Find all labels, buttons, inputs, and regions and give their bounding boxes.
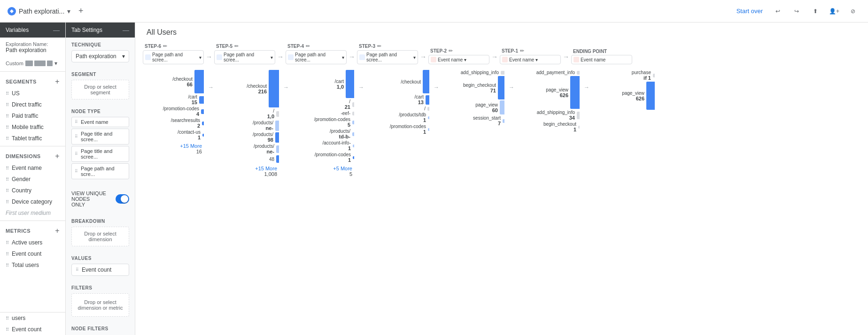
node-products-3[interactable]: /products/tdb 1: [368, 112, 429, 123]
node-checkout-5[interactable]: /checkout 216: [218, 70, 279, 107]
step-6-node-type[interactable]: Page path and scree... ▾: [143, 50, 204, 64]
node-products-5b[interactable]: /products/ 98: [218, 132, 279, 143]
filters-drop-zone[interactable]: Drop or select dimension or metric: [71, 293, 129, 317]
segment-item-paid[interactable]: ⠿ Paid traffic: [0, 110, 65, 122]
drag-handle-icon: ⠿: [6, 177, 9, 182]
node-checkout-3[interactable]: /checkout: [368, 70, 429, 93]
node-ne2-5[interactable]: 48: [218, 155, 279, 163]
node-addship-2[interactable]: add_shipping_info: [443, 70, 504, 75]
start-over-button[interactable]: Start over: [733, 5, 767, 17]
node-account-4[interactable]: /account-info- 1: [293, 140, 354, 151]
node-begincheckout-1[interactable]: begin_checkout 1: [519, 122, 580, 132]
metric-total-users[interactable]: ⠿ Total users: [0, 259, 65, 271]
breakdown-drop-zone[interactable]: Drop or select dimension: [71, 227, 129, 246]
node-type-page-path[interactable]: ⠿ Page path and scre...: [71, 163, 129, 179]
tab-title[interactable]: Path explorati... ▾: [8, 7, 70, 15]
segments-add-button[interactable]: +: [55, 77, 60, 86]
tab-dropdown-icon[interactable]: ▾: [67, 8, 70, 15]
node-search-6[interactable]: /searchresults 2: [143, 118, 204, 129]
node-sessionstart-2[interactable]: session_start 7: [443, 115, 504, 126]
undo-button[interactable]: ↩: [770, 4, 785, 19]
step-5-node-type[interactable]: Page path and scree... ▾: [214, 50, 275, 64]
dimension-gender[interactable]: ⠿ Gender: [0, 174, 65, 185]
node-pageview-2[interactable]: page_view 60: [443, 100, 504, 114]
share-button[interactable]: 👤+: [827, 4, 842, 19]
tab-settings-minimize[interactable]: —: [123, 26, 129, 34]
node-pageview-1[interactable]: page_view 626: [519, 76, 580, 109]
step-2-node-type[interactable]: Event name ▾: [428, 55, 489, 64]
step-6-edit-icon[interactable]: ✏: [163, 43, 167, 49]
ending-node-type[interactable]: Event name: [571, 55, 632, 64]
node-type-page-title-2[interactable]: ⠿ Page title and scree...: [71, 146, 129, 162]
custom-dropdown-icon[interactable]: ▾: [54, 60, 57, 67]
technique-select[interactable]: Path exploration ▾: [71, 50, 129, 62]
node-cart-3[interactable]: /cart 13: [368, 94, 429, 105]
metric-active-users[interactable]: ⠿ Active users: [0, 237, 65, 248]
node-type-page-title-1[interactable]: ⠿ Page title and scree...: [71, 129, 129, 145]
node-purchase-end[interactable]: purchase if 1: [594, 70, 655, 81]
node-bar: [353, 156, 354, 159]
metrics-add-button[interactable]: +: [55, 227, 60, 235]
bottom-metric-users[interactable]: ⠿ users: [0, 312, 65, 324]
node-label: page_view: [546, 87, 568, 92]
more-button[interactable]: ⊘: [845, 4, 860, 19]
segment-item-us[interactable]: ⠿ US: [0, 88, 65, 99]
step-3-label-row: STEP-3 ✏: [357, 42, 418, 50]
node-cart-6[interactable]: /cart 15: [143, 94, 204, 105]
node-contact-6[interactable]: /contact-us 1: [143, 129, 204, 140]
node-eef-4[interactable]: -eef-: [293, 111, 354, 116]
technique-section: TECHNIQUE Path exploration ▾: [66, 38, 135, 67]
dimensions-add-button[interactable]: +: [55, 152, 60, 160]
values-item[interactable]: ⠿ Event count: [71, 264, 129, 276]
segment-item-mobile[interactable]: ⠿ Mobile traffic: [0, 122, 65, 133]
metrics-section-title: METRICS +: [0, 223, 65, 237]
step-1-node-type[interactable]: Event name ▾: [500, 55, 561, 64]
dimension-country[interactable]: ⠿ Country: [0, 185, 65, 196]
step-2-edit-icon[interactable]: ✏: [449, 48, 453, 54]
step-1-edit-icon[interactable]: ✏: [520, 48, 524, 54]
node-slash-4[interactable]: / 21: [293, 99, 354, 110]
chart-header: All Users: [135, 23, 868, 40]
node-pageview-end[interactable]: page_view 626: [594, 82, 655, 110]
more-link-4[interactable]: +5 More: [293, 166, 352, 171]
segment-item-tablet[interactable]: ⠿ Tablet traffic: [0, 133, 65, 144]
node-promo-6[interactable]: /promotion-codes 4: [143, 106, 204, 117]
step-3-node-type[interactable]: Page path and scree... ▾: [357, 50, 418, 64]
export-button[interactable]: ⬆: [808, 4, 823, 19]
node-bar: [428, 116, 429, 119]
node-checkout-6[interactable]: /checkout 66: [143, 70, 204, 93]
add-tab-button[interactable]: +: [74, 5, 87, 18]
node-addpayment-1[interactable]: add_payment_info: [519, 70, 580, 75]
chart-body[interactable]: STEP-6 ✏ Page path and scree... ▾ →: [135, 40, 868, 335]
bottom-metric-event-count[interactable]: ⠿ Event count: [0, 324, 65, 335]
dimension-event-name[interactable]: ⠿ Event name: [0, 162, 65, 174]
node-products-4[interactable]: /products/ td-b-: [293, 129, 354, 139]
redo-button[interactable]: ↪: [789, 4, 804, 19]
node-slash-3[interactable]: /: [368, 106, 429, 111]
segment-item-direct[interactable]: ⠿ Direct traffic: [0, 99, 65, 110]
custom-bar-2: [34, 61, 46, 66]
node-begincheckout-2[interactable]: begin_checkout 71: [443, 76, 504, 99]
node-slash-5[interactable]: / 1,0: [218, 108, 279, 119]
more-link-6[interactable]: +15 More: [143, 143, 202, 149]
step-3-edit-icon[interactable]: ✏: [377, 43, 381, 49]
variables-minimize[interactable]: —: [53, 26, 60, 34]
node-products-5a[interactable]: /products/ ne-: [218, 120, 279, 131]
node-promo-4[interactable]: /promotion-codes 5: [293, 117, 354, 128]
step-4-edit-icon[interactable]: ✏: [306, 43, 310, 49]
node-addship-1[interactable]: add_shipping_info 34: [519, 110, 580, 121]
node-cart-4[interactable]: /cart 1,0: [293, 70, 354, 98]
node-type-event-name[interactable]: ⠿ Event name: [71, 117, 129, 127]
node-promo-3[interactable]: /promotion-codes 1: [368, 124, 429, 135]
step-5-edit-icon[interactable]: ✏: [234, 43, 239, 49]
metric-event-count[interactable]: ⠿ Event count: [0, 248, 65, 259]
segment-drop-zone[interactable]: Drop or select segment: [71, 80, 129, 99]
view-unique-toggle[interactable]: [116, 194, 129, 204]
dimension-device[interactable]: ⠿ Device category: [0, 196, 65, 207]
node-label: add_shipping_info: [461, 70, 499, 75]
step-4-node-type[interactable]: Page path and scree... ▾: [286, 50, 347, 64]
more-link-5[interactable]: +15 More: [218, 166, 277, 171]
node-promo2-4[interactable]: /promotion-codes 1: [293, 152, 354, 163]
step-3-node-icon: [359, 54, 365, 60]
node-ne-5[interactable]: /products/ ne-: [218, 144, 279, 154]
